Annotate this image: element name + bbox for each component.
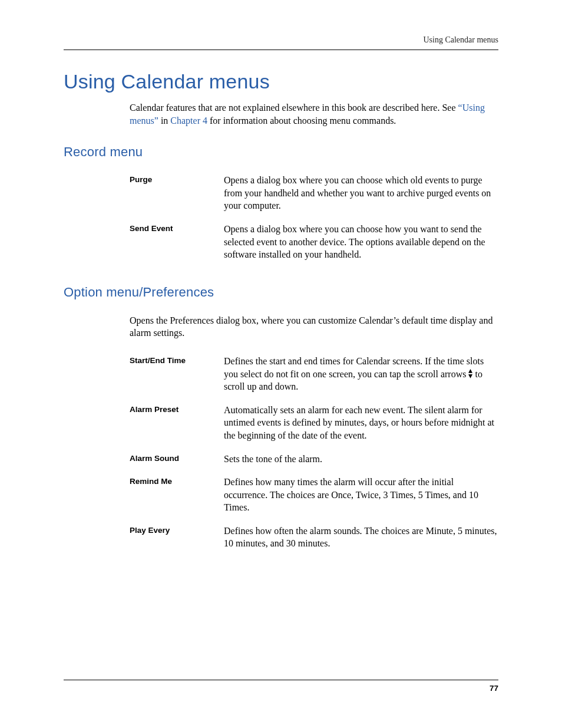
intro-text-post: for information about choosing menu comm… [207,116,396,126]
options-intro: Opens the Preferences dialog box, where … [130,314,498,340]
option-row-remind-me: Remind Me Defines how many times the ala… [130,476,498,514]
intro-text-mid: in [158,116,170,126]
record-row-purge: Purge Opens a dialog box where you can c… [130,174,498,212]
term-purge: Purge [130,174,224,212]
record-menu-heading: Record menu [64,144,498,160]
intro-text-pre: Calendar features that are not explained… [130,103,458,113]
desc-start-end-pre: Defines the start and end times for Cale… [224,356,484,379]
desc-remind-me: Defines how many times the alarm will oc… [224,476,498,514]
term-play-every: Play Every [130,525,224,550]
page-title: Using Calendar menus [64,70,498,93]
option-menu-heading: Option menu/Preferences [64,285,498,300]
option-row-start-end-time: Start/End Time Defines the start and end… [130,355,498,393]
desc-alarm-preset: Automatically sets an alarm for each new… [224,404,498,442]
option-row-play-every: Play Every Defines how often the alarm s… [130,525,498,550]
running-header: Using Calendar menus [64,35,498,45]
desc-start-end-time: Defines the start and end times for Cale… [224,355,498,393]
footer-rule [64,680,498,680]
option-row-alarm-sound: Alarm Sound Sets the tone of the alarm. [130,453,498,466]
header-rule [64,50,498,50]
desc-send-event: Opens a dialog box where you can choose … [224,223,498,261]
page-footer: 77 [64,680,498,693]
desc-play-every: Defines how often the alarm sounds. The … [224,525,498,550]
term-start-end-time: Start/End Time [130,355,224,393]
record-row-send-event: Send Event Opens a dialog box where you … [130,223,498,261]
page-number: 77 [64,684,498,693]
term-alarm-sound: Alarm Sound [130,453,224,466]
term-remind-me: Remind Me [130,476,224,514]
desc-purge: Opens a dialog box where you can choose … [224,174,498,212]
term-alarm-preset: Alarm Preset [130,404,224,442]
link-chapter-4[interactable]: Chapter 4 [170,116,207,126]
desc-alarm-sound: Sets the tone of the alarm. [224,453,498,466]
term-send-event: Send Event [130,223,224,261]
intro-paragraph: Calendar features that are not explained… [130,101,498,127]
option-row-alarm-preset: Alarm Preset Automatically sets an alarm… [130,404,498,442]
